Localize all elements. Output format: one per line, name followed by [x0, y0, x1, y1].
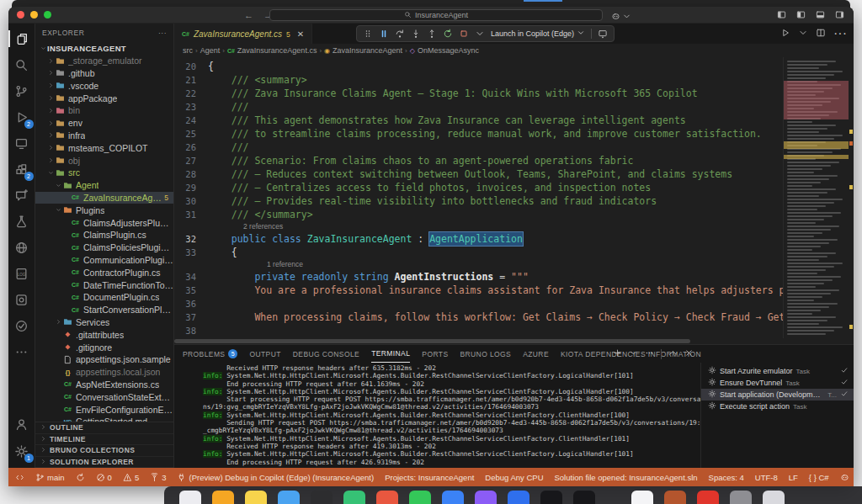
- section-timeline[interactable]: TIMELINE: [35, 434, 173, 446]
- dock-app-icon[interactable]: [311, 491, 333, 504]
- tree-item-env[interactable]: env: [35, 117, 173, 130]
- split-editor-icon[interactable]: [816, 26, 826, 41]
- tree-item-claimsadjustersplugin-cs[interactable]: C#ClaimsAdjustersPlugin.cs: [35, 216, 173, 229]
- activity-copilot-chat[interactable]: [12, 185, 32, 205]
- activity-testing[interactable]: [12, 211, 32, 231]
- dock-app-icon[interactable]: [540, 491, 562, 504]
- tree-item-gettingstarted-md[interactable]: MDGettingStarted.md: [35, 416, 173, 422]
- status-5[interactable]: 5: [123, 473, 139, 482]
- panel-tab-azure[interactable]: AZURE: [523, 345, 549, 363]
- tab-zavainsuranceagent[interactable]: C# ZavaInsuranceAgent.cs 5 ✕: [174, 24, 312, 44]
- activity-log-viewer[interactable]: LOG: [12, 263, 32, 284]
- dock-app-icon[interactable]: [730, 491, 752, 504]
- tree-item--storage-emulator[interactable]: _storage_emulator: [35, 55, 173, 67]
- tree-item-claimspoliciesplugin-cs[interactable]: C#ClaimsPoliciesPlugin.cs: [35, 241, 173, 254]
- chevron-down-icon[interactable]: [798, 26, 808, 41]
- tree-item-claimsplugin-cs[interactable]: C#ClaimsPlugin.cs: [35, 229, 173, 241]
- status-sync[interactable]: [76, 473, 85, 482]
- screencast-button[interactable]: [598, 29, 608, 39]
- dock-app-icon[interactable]: [573, 491, 595, 504]
- dock-app-icon[interactable]: [376, 491, 398, 504]
- status-utf-8[interactable]: UTF-8: [755, 473, 778, 482]
- macos-dock[interactable]: [164, 486, 862, 504]
- activity-explorer[interactable]: [12, 29, 32, 49]
- tree-item-communicationplugin-cs[interactable]: C#CommunicationPlugin.cs: [35, 254, 173, 267]
- dock-app-icon[interactable]: [179, 491, 201, 504]
- dock-app-icon[interactable]: [475, 491, 497, 504]
- status-main[interactable]: main: [35, 473, 65, 482]
- step-into-button[interactable]: [411, 29, 421, 39]
- panel-tab-output[interactable]: OUTPUT: [249, 345, 280, 363]
- task-start-application-development-[interactable]: Start application (Development)T...: [701, 389, 854, 401]
- status-solution[interactable]: Solution file opened: InsuranceAgent.sln: [555, 473, 698, 482]
- activity-marketplace-globe[interactable]: [12, 237, 32, 257]
- tree-item-apppackage[interactable]: appPackage: [35, 92, 173, 104]
- dock-app-icon[interactable]: [343, 491, 365, 504]
- layout-panel-icon[interactable]: [815, 8, 826, 23]
- status-debug[interactable]: Debug Any CPU: [485, 473, 543, 482]
- section-bruno-collections[interactable]: BRUNO COLLECTIONS: [35, 445, 173, 457]
- tree-item-aspnetextensions-cs[interactable]: C#AspNetExtensions.cs: [35, 379, 173, 391]
- panel-tab-problems[interactable]: PROBLEMS5: [183, 345, 237, 363]
- tree-item-infra[interactable]: infra: [35, 130, 173, 142]
- copilot-menu-icon[interactable]: [611, 9, 620, 24]
- tree-item--gitignore[interactable]: .gitignore: [35, 341, 173, 353]
- restart-button[interactable]: [443, 29, 453, 39]
- tree-item-services[interactable]: Services: [35, 316, 173, 329]
- section-solution-explorer[interactable]: SOLUTION EXPLORER: [35, 457, 173, 469]
- layout-sidebar-icon[interactable]: [776, 8, 787, 23]
- close-icon[interactable]: [684, 348, 694, 359]
- codelens-references[interactable]: 1 reference: [174, 259, 783, 270]
- task-ensure-devtunnel[interactable]: Ensure DevTunnelTask: [701, 377, 854, 389]
- zoom-window-button[interactable]: [44, 11, 51, 19]
- tree-item-zavainsuranceagent-cs[interactable]: C#ZavaInsuranceAgent.cs5: [35, 192, 173, 204]
- dock-app-icon[interactable]: [278, 491, 300, 504]
- tree-item-insuranceagent[interactable]: INSURANCEAGENT: [35, 42, 173, 55]
- pause-button[interactable]: [379, 29, 389, 39]
- dock-app-icon[interactable]: [631, 491, 653, 504]
- dock-app-icon[interactable]: [212, 491, 234, 504]
- horizontal-scrollbar[interactable]: [174, 338, 854, 344]
- back-icon[interactable]: ←: [244, 10, 253, 20]
- task-start-azurite-emulator[interactable]: Start Azurite emulatorTask: [701, 365, 854, 377]
- launch-config-dropdown[interactable]: Launch in Copilot (Edge): [491, 29, 585, 39]
- minimap[interactable]: [783, 57, 849, 338]
- tree-item-contractorplugin-cs[interactable]: C#ContractorPlugin.cs: [35, 266, 173, 279]
- tree-item-conversationstateextensions-[interactable]: C#ConversationStateExtensions...: [35, 390, 173, 403]
- ellipsis-icon[interactable]: [645, 348, 654, 359]
- plus-icon[interactable]: [613, 348, 622, 359]
- editor-scrollbar[interactable]: [849, 57, 854, 338]
- dock-app-icon[interactable]: [763, 491, 785, 504]
- activity-remote-explorer[interactable]: [12, 133, 32, 153]
- stop-button[interactable]: [459, 29, 469, 39]
- breadcrumb-item-zavainsuranceagent.cs[interactable]: C#ZavaInsuranceAgent.cs: [227, 46, 317, 55]
- status--[interactable]: { } C#: [809, 473, 829, 482]
- tree-item--gitattributes[interactable]: .gitattributes: [35, 328, 173, 341]
- breadcrumb-item-onmessageasync[interactable]: ◇OnMessageAsync: [410, 46, 479, 55]
- tree-item-datetimefunctiontool-cs[interactable]: C#DateTimeFunctionTool.cs: [35, 279, 173, 291]
- step-out-button[interactable]: [427, 29, 437, 39]
- activity-account[interactable]: [12, 414, 32, 434]
- chevron-down-icon[interactable]: [629, 348, 638, 359]
- status-spaces-[interactable]: Spaces: 4: [709, 473, 744, 482]
- step-over-button[interactable]: [395, 29, 405, 39]
- breadcrumb-item-src[interactable]: src: [183, 46, 193, 55]
- activity-bruno[interactable]: [12, 289, 32, 310]
- tree-item-msteams-copilot[interactable]: msteams_COPILOT: [35, 141, 173, 154]
- command-center-search[interactable]: InsuranceAgent: [269, 9, 603, 21]
- minimize-window-button[interactable]: [30, 11, 38, 19]
- activity-more[interactable]: [12, 342, 32, 362]
- activity-settings[interactable]: 1: [12, 441, 32, 461]
- status-3[interactable]: 3: [150, 473, 166, 482]
- tree-item-bin[interactable]: bin: [35, 104, 173, 117]
- status-0[interactable]: 0: [96, 473, 112, 482]
- breadcrumb-item-zavainsuranceagent[interactable]: ◉ZavaInsuranceAgent: [324, 46, 402, 55]
- panel-maximize-icon[interactable]: [668, 348, 678, 359]
- dock-app-icon[interactable]: [508, 491, 529, 504]
- activity-search[interactable]: [12, 55, 32, 75]
- status-projects-[interactable]: Projects: InsuranceAgent: [385, 473, 474, 482]
- tree-item-documentplugin-cs[interactable]: C#DocumentPlugin.cs: [35, 291, 173, 304]
- dock-app-icon[interactable]: [409, 491, 431, 504]
- tree-item-plugins[interactable]: Plugins: [35, 204, 173, 216]
- dock-app-icon[interactable]: [664, 491, 686, 504]
